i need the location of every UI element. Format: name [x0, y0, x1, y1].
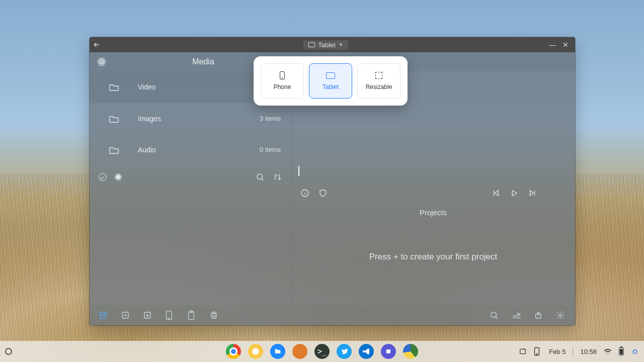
app-chrome-icon[interactable] [226, 344, 241, 359]
folder-icon [109, 82, 138, 92]
folder-count: 0 items [260, 146, 281, 153]
device-option-label: Phone [274, 83, 291, 90]
app-vscode-icon[interactable] [359, 344, 374, 359]
app-main: Video Images 3 items Audio 0 items [90, 71, 575, 305]
svg-point-11 [169, 318, 170, 319]
close-button[interactable]: ✕ [559, 41, 572, 49]
tray-time[interactable]: 10:58 [580, 348, 597, 355]
app-purple-icon[interactable] [381, 344, 396, 359]
app-swirl-icon[interactable] [403, 344, 418, 359]
search-icon[interactable] [490, 311, 500, 320]
add-media-icon[interactable] [99, 311, 109, 320]
folder-icon [109, 145, 138, 154]
shelf-apps: >_ [226, 344, 418, 359]
projects-hint: Press + to create your first project [369, 252, 498, 262]
add-button-icon[interactable] [121, 311, 131, 320]
skip-back-icon[interactable] [492, 189, 501, 198]
clipboard-icon[interactable] [187, 310, 197, 320]
launcher-button[interactable] [5, 348, 12, 355]
battery-icon[interactable] [619, 347, 624, 355]
app-files-icon[interactable] [270, 344, 285, 359]
text-icon[interactable] [512, 311, 522, 320]
svg-point-21 [536, 354, 537, 355]
transport-bar [291, 183, 575, 203]
wifi-icon[interactable] [604, 347, 612, 355]
app-terminal-icon[interactable]: >_ [314, 344, 330, 359]
resizable-icon [375, 72, 382, 79]
folder-count: 3 items [260, 115, 281, 122]
window-titlebar: Tablet ▼ — ✕ [90, 37, 575, 52]
device-mode-label: Tablet [318, 41, 336, 49]
shield-icon[interactable] [318, 189, 328, 198]
minimize-button[interactable]: — [546, 41, 559, 49]
tablet-icon [326, 72, 335, 79]
settings-icon[interactable] [556, 311, 566, 320]
folder-label: Audio [138, 146, 260, 154]
folder-label: Images [138, 115, 260, 123]
sidebar-tools [90, 165, 291, 189]
device-mode-dropdown[interactable]: Tablet ▼ [303, 40, 348, 50]
phone-icon [280, 71, 285, 79]
media-sidebar: Video Images 3 items Audio 0 items [90, 71, 291, 305]
tray-date[interactable]: Feb 5 [549, 348, 566, 355]
chevron-down-icon: ▼ [339, 42, 343, 47]
svg-rect-18 [386, 349, 390, 353]
select-all-icon[interactable] [99, 173, 107, 181]
os-shelf: >_ Feb 5 10:58 [0, 341, 644, 362]
text-cursor [298, 166, 299, 176]
svg-point-4 [257, 174, 263, 179]
right-pane: Projects Press + to create your first pr… [291, 71, 575, 305]
app-chrome-canary-icon[interactable] [248, 344, 263, 359]
tablet-icon [308, 42, 315, 47]
device-option-phone[interactable]: Phone [261, 63, 304, 99]
search-icon[interactable] [256, 172, 265, 182]
screenshot-icon[interactable] [519, 347, 527, 355]
sort-icon[interactable] [273, 172, 282, 182]
record-icon[interactable] [115, 173, 122, 180]
skip-forward-icon[interactable] [528, 189, 537, 198]
download-icon[interactable] [143, 311, 153, 320]
svg-point-15 [491, 312, 497, 318]
folder-audio[interactable]: Audio 0 items [90, 134, 291, 165]
trash-icon[interactable] [209, 311, 219, 320]
projects-panel: Projects Press + to create your first pr… [291, 203, 575, 305]
svg-rect-19 [520, 349, 526, 353]
bug-icon[interactable] [631, 347, 639, 355]
app-orange-icon[interactable] [292, 344, 307, 359]
folder-icon [109, 114, 138, 123]
play-icon[interactable] [510, 189, 519, 198]
folder-images[interactable]: Images 3 items [90, 103, 291, 134]
app-logo-icon [97, 57, 108, 67]
device-option-resizable[interactable]: Resizable [357, 63, 400, 99]
device-option-tablet[interactable]: Tablet [309, 63, 352, 99]
app-twitter-icon[interactable] [337, 344, 352, 359]
system-tray: Feb 5 10:58 [519, 347, 639, 356]
back-button[interactable] [93, 41, 106, 49]
phone-tray-icon[interactable] [534, 347, 542, 356]
svg-point-3 [101, 61, 102, 62]
device-icon[interactable] [165, 310, 175, 320]
app-bottom-toolbar [90, 305, 575, 325]
device-option-label: Resizable [366, 83, 392, 90]
device-option-label: Tablet [323, 83, 339, 90]
share-icon[interactable] [534, 311, 544, 320]
device-mode-popover: Phone Tablet Resizable [254, 56, 408, 106]
info-icon[interactable] [300, 189, 309, 198]
projects-heading: Projects [420, 208, 447, 217]
svg-point-17 [559, 314, 562, 317]
svg-rect-14 [212, 313, 216, 318]
svg-point-7 [104, 314, 105, 315]
svg-rect-12 [189, 312, 194, 319]
